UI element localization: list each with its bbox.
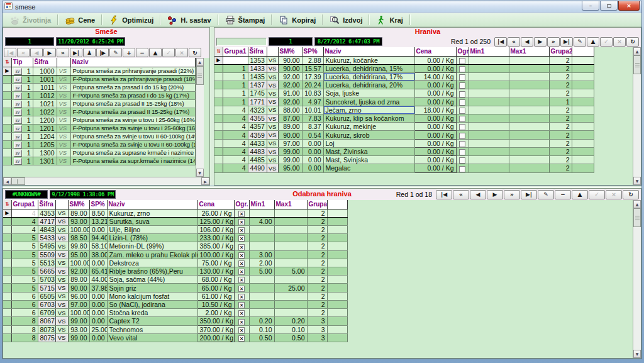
cell-sp[interactable]: 0.00 (89, 317, 107, 325)
cell-grupa1[interactable]: 5 (11, 259, 38, 267)
edit-button[interactable]: ▲ (587, 37, 599, 47)
cell-vs[interactable]: VS (267, 106, 278, 114)
cell-ogr[interactable] (456, 106, 469, 114)
cell-sp[interactable]: 4.97 (302, 98, 323, 106)
cell-max1[interactable] (274, 300, 307, 308)
cell-sp[interactable]: 38.00 (89, 250, 107, 259)
cell-grupa2[interactable]: 2 (549, 123, 572, 131)
next-button[interactable]: ▶ (487, 190, 503, 199)
cell-cena[interactable]: 26.00 / Kg (197, 209, 234, 217)
cell-sp[interactable]: 7.83 (302, 114, 323, 123)
cell-min1[interactable] (469, 64, 509, 72)
cell-cena[interactable]: 75.00 / Kg (197, 259, 234, 267)
cell-sifra[interactable]: 5715 (38, 284, 55, 292)
cell-sm[interactable]: 93.00 (68, 325, 89, 333)
cell-ogr[interactable]: ✕ (234, 209, 249, 217)
cell-grupa2[interactable]: 1 (549, 98, 572, 106)
cell-grupa2[interactable]: 3 (307, 333, 327, 342)
cell-cena[interactable]: 0.00 / Kg (414, 164, 456, 172)
cell-grupa2[interactable]: 2 (549, 81, 572, 89)
cell-min1[interactable] (469, 164, 509, 172)
cell-naziv[interactable]: F-Potpuna smeša za svinje u tovu II 60-1… (70, 140, 195, 148)
cell-sp[interactable]: 37.98 (89, 284, 107, 292)
cell-ogr[interactable] (456, 131, 469, 139)
cell-vs[interactable]: VS (55, 276, 68, 284)
cell-grupa2[interactable]: 2 (307, 292, 327, 300)
cell-vs[interactable]: VS (57, 116, 70, 124)
scroll-thumb[interactable] (633, 208, 641, 227)
sv-chip[interactable]: sv (14, 68, 22, 75)
last-button[interactable]: ▶| (521, 190, 537, 199)
ogr-checkbox[interactable]: ✕ (238, 252, 245, 259)
cell-cena[interactable]: 0.00 / Kg (414, 123, 456, 131)
close-button[interactable]: × (618, 1, 640, 11)
cell-sp[interactable]: 0.00 (89, 300, 107, 308)
cell-cena[interactable]: 65.00 / Kg (197, 284, 234, 292)
cell-max1[interactable] (274, 276, 307, 284)
ogr-checkbox[interactable] (459, 157, 465, 164)
ogr-checkbox[interactable]: ✕ (238, 302, 245, 308)
cell-sp[interactable]: 2.88 (302, 56, 323, 64)
cell-vs[interactable]: VS (55, 284, 68, 292)
cell-max1[interactable] (274, 225, 307, 233)
cell-grupa2[interactable]: 2 (307, 225, 327, 233)
prior-page-button[interactable]: « (17, 48, 30, 57)
cell-naziv[interactable]: Potpuna smeša za prihranjivanje prasadi … (70, 67, 195, 75)
cell-ogr[interactable]: ✕ (234, 217, 249, 225)
cell-grupa1[interactable]: 4 (223, 139, 248, 147)
cell-cena[interactable]: 18.00 / Kg (414, 106, 456, 114)
cell-vs[interactable]: VS (55, 217, 68, 225)
cell-max1[interactable] (509, 106, 549, 114)
prior-button[interactable]: ◀ (470, 190, 486, 199)
cell-grupa2[interactable]: 2 (549, 164, 572, 172)
cell-sm[interactable]: 92.00 (68, 267, 89, 276)
kopiraj-button[interactable]: Kopiraj (274, 14, 321, 26)
cell-ogr[interactable]: ✕ (234, 234, 249, 242)
sv-chip[interactable]: sv (14, 117, 22, 124)
cell-grupa1[interactable]: 4 (223, 123, 248, 131)
cell-vs[interactable]: VS (267, 123, 278, 131)
cancel-button[interactable]: × (613, 37, 626, 47)
cell-grupa2[interactable]: 2 (549, 147, 572, 155)
cell-sifra[interactable]: 1000 (33, 67, 57, 75)
post-button[interactable]: ✓ (589, 190, 605, 199)
cell-sm[interactable]: 87.00 (278, 114, 302, 123)
cell-min1[interactable] (469, 147, 509, 155)
cell-sp[interactable]: 20.24 (302, 81, 323, 89)
cell-grupa2[interactable]: 2 (307, 259, 327, 267)
cell-grupa1[interactable]: 1 (223, 89, 248, 98)
cell-vs[interactable]: VS (57, 99, 70, 108)
ogr-checkbox[interactable] (459, 133, 465, 139)
cell-max1[interactable] (509, 81, 549, 89)
cell-sifra[interactable]: 1437 (248, 81, 267, 89)
cell-naziv[interactable]: Mast, Svinjska (323, 156, 414, 164)
cell-tip[interactable]: sv1 (11, 99, 33, 108)
cell-tip[interactable]: sv1 (11, 108, 33, 116)
cell-cena[interactable]: 125.00 / Kg (197, 217, 234, 225)
cell-min1[interactable] (249, 300, 274, 308)
cell-grupa2[interactable]: 2 (549, 139, 572, 147)
cell-cena[interactable]: 0.00 / Kg (414, 81, 456, 89)
cell-sifra[interactable]: 4359 (248, 131, 267, 139)
ogr-checkbox[interactable]: ✕ (238, 286, 245, 292)
cell-max1[interactable] (509, 56, 549, 64)
cell-cena[interactable]: 0.00 / Kg (414, 56, 456, 64)
ogr-checkbox[interactable]: ✕ (238, 235, 245, 242)
cell-sm[interactable]: 92.00 (278, 81, 302, 89)
cell-min1[interactable]: 0.50 (249, 333, 274, 342)
ogr-checkbox[interactable] (459, 149, 465, 155)
cell-min1[interactable] (469, 81, 509, 89)
cell-min1[interactable] (469, 106, 509, 114)
cell-min1[interactable] (469, 123, 509, 131)
cell-sp[interactable]: 17.39 (302, 72, 323, 81)
cell-ogr[interactable] (456, 139, 469, 147)
refresh-button[interactable]: ↻ (189, 48, 201, 57)
cell-sm[interactable]: 100.00 (68, 225, 89, 233)
cell-ogr[interactable]: ✕ (234, 317, 249, 325)
cell-min1[interactable] (249, 209, 274, 217)
insert-button[interactable]: + (123, 48, 135, 57)
cell-naziv[interactable]: Vevo vital (107, 333, 197, 342)
edit-button[interactable]: ▲ (149, 48, 162, 57)
delete-button[interactable]: − (555, 190, 571, 199)
cell-grupa1[interactable]: 4 (223, 164, 248, 172)
